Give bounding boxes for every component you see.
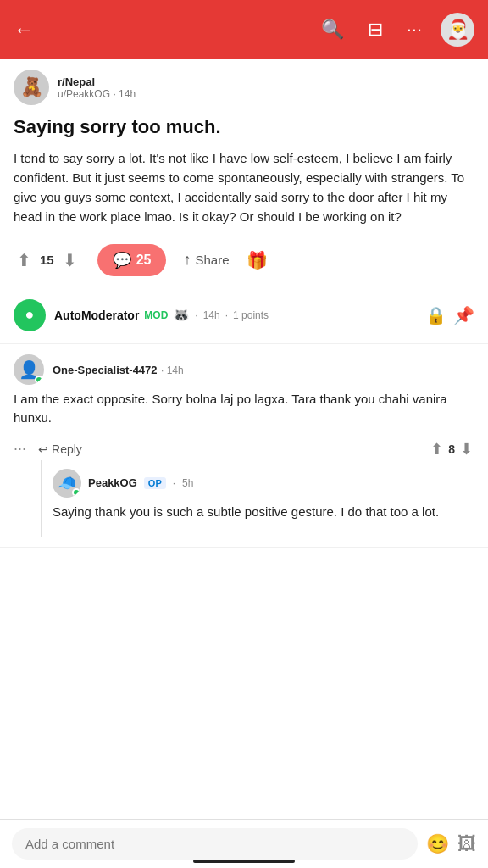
comment-input[interactable] bbox=[12, 828, 418, 860]
comment-count: 25 bbox=[136, 253, 152, 268]
comment-1-meta: One-Specialist-4472 · 14h bbox=[53, 362, 184, 377]
automod-comment: ● AutoModerator MOD 🦝 · 14h · 1 points 🔒… bbox=[0, 287, 488, 344]
op-badge: OP bbox=[144, 477, 166, 489]
comment-icon: 💬 bbox=[113, 251, 131, 270]
reply-label: Reply bbox=[52, 442, 82, 456]
post-actions: ⬆ 15 ⬇ 💬 25 ↑ Share 🎁 bbox=[0, 239, 488, 287]
post-meta: 🧸 r/Nepal u/PeakkOG · 14h bbox=[0, 59, 488, 112]
app-header: ← 🔍 ⊟ ··· 🎅 bbox=[0, 0, 488, 59]
home-indicator bbox=[193, 860, 295, 863]
automod-username[interactable]: AutoModerator bbox=[54, 309, 139, 322]
gift-button[interactable]: 🎁 bbox=[247, 250, 268, 270]
reply-arrow-icon: ↩ bbox=[38, 442, 48, 456]
upvote-button[interactable]: ⬆ bbox=[14, 247, 35, 274]
more-icon[interactable]: ··· bbox=[407, 19, 422, 41]
post-body: I tend to say sorry a lot. It's not like… bbox=[0, 148, 488, 239]
upvote-count: 15 bbox=[40, 253, 54, 267]
post-author-avatar: 🧸 bbox=[14, 70, 49, 105]
search-icon[interactable]: 🔍 bbox=[321, 19, 344, 41]
post-time: 14h bbox=[119, 88, 136, 100]
comment-1-upvote-button[interactable]: ⬆ bbox=[429, 438, 445, 460]
automod-time: · bbox=[195, 309, 197, 321]
nested-1-body: Saying thank you is such a subtle positi… bbox=[53, 503, 461, 522]
comment-button[interactable]: 💬 25 bbox=[97, 244, 167, 276]
vote-group: ⬆ 15 ⬇ bbox=[14, 247, 80, 274]
image-picker-button[interactable]: 🖼 bbox=[458, 833, 476, 855]
lock-icon: 🔒 bbox=[425, 305, 446, 326]
nested-comment-1-header: 🧢 PeakkOG OP · 5h bbox=[53, 469, 461, 498]
nested-online-indicator bbox=[72, 488, 80, 497]
comment-1-downvote-button[interactable]: ⬇ bbox=[458, 438, 474, 460]
pin-icon: 📌 bbox=[453, 305, 474, 326]
online-indicator bbox=[35, 376, 43, 384]
post-user-time: u/PeakkOG · 14h bbox=[58, 88, 136, 100]
post-meta-info: r/Nepal u/PeakkOG · 14h bbox=[58, 75, 136, 100]
comment-1-actions: ··· ↩ Reply ⬆ 8 ⬇ bbox=[14, 435, 474, 460]
automod-icons: 🔒 📌 bbox=[425, 305, 474, 326]
nested-1-separator: · bbox=[173, 477, 175, 489]
comment-1-body: I am the exact opposite. Sorry bolna laj… bbox=[14, 390, 474, 428]
nested-1-time: 5h bbox=[182, 477, 193, 489]
comment-1-avatar: 👤 bbox=[14, 354, 44, 385]
nested-comment-1: 🧢 PeakkOG OP · 5h Saying thank you is su… bbox=[41, 460, 474, 537]
comment-1-separator: · bbox=[161, 364, 167, 376]
nested-1-username[interactable]: PeakkOG bbox=[88, 476, 137, 489]
automod-emoji: 🦝 bbox=[173, 307, 190, 323]
avatar[interactable]: 🎅 bbox=[441, 13, 474, 47]
automod-mod-badge: MOD bbox=[144, 309, 168, 321]
automod-points: · bbox=[225, 309, 228, 321]
automod-time-value: 14h bbox=[203, 309, 220, 321]
subreddit-label[interactable]: r/Nepal bbox=[58, 75, 136, 88]
filter-icon[interactable]: ⊟ bbox=[368, 19, 383, 41]
emoji-picker-button[interactable]: 😊 bbox=[426, 833, 449, 855]
automod-points-value: 1 points bbox=[233, 309, 269, 321]
automod-avatar: ● bbox=[14, 299, 46, 331]
share-label: Share bbox=[195, 253, 229, 267]
nested-1-avatar: 🧢 bbox=[53, 469, 81, 498]
comment-1-reply-button[interactable]: ↩ Reply bbox=[38, 442, 82, 456]
post-username[interactable]: u/PeakkOG bbox=[58, 88, 110, 100]
gift-icon: 🎁 bbox=[247, 251, 268, 270]
comment-1-vote-group: ⬆ 8 ⬇ bbox=[429, 438, 474, 460]
comment-1: 👤 One-Specialist-4472 · 14h I am the exa… bbox=[0, 344, 488, 548]
comment-1-more-button[interactable]: ··· bbox=[14, 440, 26, 458]
comment-1-header: 👤 One-Specialist-4472 · 14h bbox=[14, 354, 474, 385]
automod-info: AutoModerator MOD 🦝 · 14h · 1 points bbox=[54, 307, 269, 323]
comment-1-vote-count: 8 bbox=[448, 442, 455, 456]
post-title: Saying sorry too much. bbox=[0, 112, 488, 148]
share-icon: ↑ bbox=[183, 251, 191, 269]
share-button[interactable]: ↑ Share bbox=[183, 251, 229, 269]
back-button[interactable]: ← bbox=[14, 18, 34, 42]
downvote-button[interactable]: ⬇ bbox=[59, 247, 80, 274]
comment-1-username[interactable]: One-Specialist-4472 bbox=[53, 364, 158, 376]
comment-1-time: 14h bbox=[167, 364, 184, 376]
